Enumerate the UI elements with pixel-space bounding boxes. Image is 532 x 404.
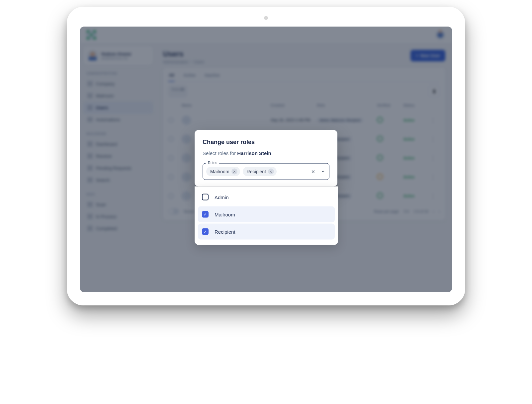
checkbox-checked-icon: ✓	[202, 228, 209, 235]
app-screen: Hudson Alvarez alvabharmons.net ADMINIST…	[80, 27, 452, 292]
chip-remove-button[interactable]: ✕	[268, 169, 274, 175]
modal-title: Change user roles	[203, 139, 329, 146]
clear-all-button[interactable]: ✕	[310, 169, 316, 174]
checkbox-checked-icon: ✓	[202, 211, 209, 218]
change-roles-modal: Change user roles Select roles for Harri…	[195, 130, 337, 187]
chip-remove-button[interactable]: ✕	[231, 169, 237, 175]
modal-subtitle: Select roles for Harrison Stein.	[203, 150, 329, 156]
camera-dot	[264, 16, 268, 20]
option-mailroom[interactable]: ✓ Mailroom	[198, 206, 335, 222]
tablet-frame: Hudson Alvarez alvabharmons.net ADMINIST…	[67, 7, 465, 305]
roles-multiselect[interactable]: Roles Mailroom ✕ Recipient ✕ ✕	[203, 163, 329, 180]
role-chip-mailroom: Mailroom ✕	[206, 167, 240, 176]
option-admin[interactable]: Admin	[198, 189, 335, 205]
roles-dropdown: Admin ✓ Mailroom ✓ Recipient	[195, 187, 338, 245]
option-recipient[interactable]: ✓ Recipient	[198, 224, 335, 240]
checkbox-unchecked-icon	[202, 194, 209, 201]
chevron-up-icon[interactable]	[320, 169, 326, 174]
role-chip-recipient: Recipient ✕	[243, 167, 277, 176]
field-label: Roles	[206, 161, 219, 165]
